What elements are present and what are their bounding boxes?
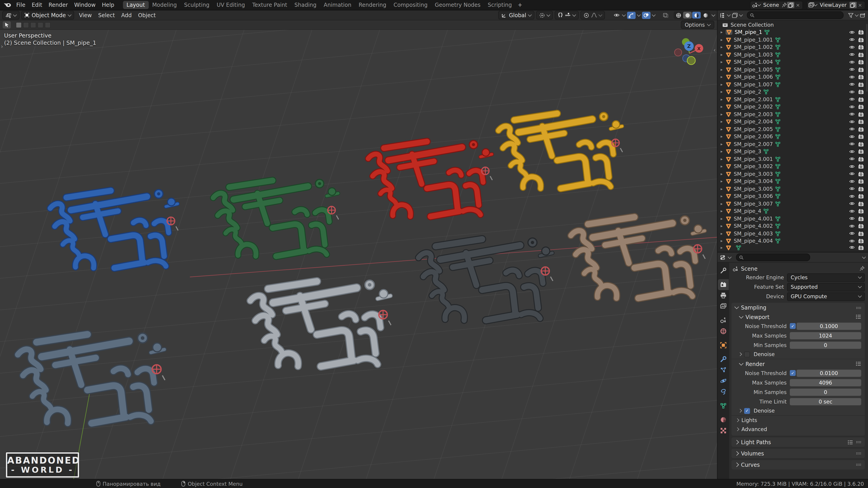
outliner-row[interactable]: ▸ SM_pipe_3.003 bbox=[717, 170, 868, 177]
disclosure-arrow-icon[interactable]: ▸ bbox=[721, 231, 725, 236]
viewport-menu-add[interactable]: Add bbox=[118, 12, 135, 18]
navigation-gizmo[interactable]: Z X bbox=[673, 34, 707, 69]
object-name-label[interactable]: SM_pipe_1.003 bbox=[734, 52, 773, 58]
disclosure-arrow-icon[interactable]: ▸ bbox=[721, 112, 725, 117]
disclosure-arrow-icon[interactable]: ▸ bbox=[721, 53, 725, 57]
shading-rendered-icon[interactable] bbox=[701, 12, 710, 19]
camera-render-icon[interactable] bbox=[858, 111, 864, 117]
eye-icon[interactable] bbox=[849, 194, 855, 199]
disclosure-arrow-icon[interactable]: ▸ bbox=[721, 127, 725, 131]
outliner-editor-icon[interactable] bbox=[720, 12, 725, 18]
eye-icon[interactable] bbox=[849, 30, 855, 35]
outliner-row[interactable]: ▸ SM_pipe_1 bbox=[717, 29, 868, 36]
outliner-row[interactable]: ▸ SM_pipe_2.002 bbox=[717, 103, 868, 110]
eye-icon[interactable] bbox=[849, 82, 855, 87]
pipes-blue[interactable] bbox=[50, 190, 178, 268]
properties-tab-world[interactable] bbox=[718, 326, 729, 337]
camera-render-icon[interactable] bbox=[858, 208, 864, 214]
camera-render-icon[interactable] bbox=[858, 30, 864, 35]
workspace-tab-animation[interactable]: Animation bbox=[320, 1, 355, 9]
panel-volumes[interactable]: Volumes bbox=[732, 449, 865, 458]
camera-render-icon[interactable] bbox=[858, 97, 864, 102]
outliner-row[interactable]: ▸ SM_pipe_3.004 bbox=[717, 177, 868, 185]
eye-icon[interactable] bbox=[849, 37, 855, 42]
viewport-canvas[interactable]: User Perspective (2) Scene Collection | … bbox=[0, 30, 717, 479]
camera-render-icon[interactable] bbox=[858, 245, 864, 250]
value-slider[interactable]: 0 bbox=[790, 388, 861, 396]
grid-handle-icon[interactable] bbox=[856, 452, 861, 455]
eye-icon[interactable] bbox=[849, 74, 855, 79]
menu-file[interactable]: File bbox=[13, 1, 29, 8]
disclosure-arrow-icon[interactable]: ▸ bbox=[721, 217, 725, 221]
eye-icon[interactable] bbox=[849, 45, 855, 50]
value-slider[interactable]: 0 bbox=[790, 341, 861, 349]
outliner-row-clipped[interactable]: ▸ bbox=[717, 245, 868, 250]
display-mode-icon[interactable] bbox=[732, 12, 738, 18]
disclosure-arrow-icon[interactable]: ▸ bbox=[721, 194, 725, 199]
workspace-tab-rendering[interactable]: Rendering bbox=[355, 1, 390, 9]
menu-render[interactable]: Render bbox=[45, 1, 71, 8]
object-name-label[interactable]: SM_pipe_1.007 bbox=[734, 81, 773, 88]
outliner-row[interactable]: ▸ SM_pipe_1.007 bbox=[717, 80, 868, 88]
disclosure-arrow-icon[interactable]: ▸ bbox=[721, 82, 725, 87]
properties-tab-constraints[interactable] bbox=[718, 386, 729, 397]
camera-render-icon[interactable] bbox=[858, 223, 864, 229]
camera-render-icon[interactable] bbox=[858, 134, 864, 139]
menu-window[interactable]: Window bbox=[71, 1, 99, 8]
outliner-row[interactable]: ▸ SM_pipe_3.007 bbox=[717, 200, 868, 207]
duplicate-icon[interactable] bbox=[787, 2, 794, 8]
camera-render-icon[interactable] bbox=[858, 194, 864, 199]
eye-icon[interactable] bbox=[849, 186, 855, 191]
checkbox-unchecked[interactable] bbox=[744, 351, 750, 357]
eye-icon[interactable] bbox=[849, 224, 855, 229]
camera-render-icon[interactable] bbox=[858, 164, 864, 169]
disclosure-arrow-icon[interactable]: ▸ bbox=[721, 157, 725, 161]
workspace-tab-compositing[interactable]: Compositing bbox=[390, 1, 431, 9]
properties-tab-tool[interactable] bbox=[718, 265, 729, 276]
select-mode-extend-icon[interactable] bbox=[23, 22, 29, 28]
workspace-tab-sculpting[interactable]: Sculpting bbox=[180, 1, 213, 9]
disclosure-arrow-icon[interactable]: ▸ bbox=[721, 201, 725, 206]
grid-handle-icon[interactable] bbox=[856, 463, 861, 466]
pipes-dark[interactable] bbox=[418, 238, 553, 320]
outliner-row[interactable]: ▸ SM_pipe_1.006 bbox=[717, 73, 868, 80]
outliner-row[interactable]: ▸ SM_pipe_2.005 bbox=[717, 125, 868, 133]
camera-render-icon[interactable] bbox=[858, 127, 864, 132]
viewport-menu-object[interactable]: Object bbox=[135, 12, 159, 18]
eye-icon[interactable] bbox=[849, 90, 855, 94]
eye-icon[interactable] bbox=[849, 171, 855, 176]
workspace-tab-geometry-nodes[interactable]: Geometry Nodes bbox=[431, 1, 484, 9]
eye-icon[interactable] bbox=[849, 60, 855, 65]
select-mode-intersect-icon[interactable] bbox=[45, 22, 51, 28]
eye-icon[interactable] bbox=[849, 179, 855, 184]
eye-icon[interactable] bbox=[849, 216, 855, 221]
object-name-label[interactable]: SM_pipe_4.001 bbox=[734, 216, 773, 222]
select-mode-set-icon[interactable] bbox=[16, 22, 22, 28]
preset-list-icon[interactable] bbox=[856, 361, 861, 366]
properties-editor-icon[interactable] bbox=[720, 255, 726, 260]
eye-icon[interactable] bbox=[849, 67, 855, 72]
camera-render-icon[interactable] bbox=[858, 141, 864, 147]
visibility-eye-icon[interactable] bbox=[612, 11, 621, 19]
advanced-subpanel[interactable]: Advanced bbox=[732, 425, 865, 433]
disclosure-arrow-icon[interactable]: ▸ bbox=[721, 97, 725, 102]
camera-render-icon[interactable] bbox=[858, 216, 864, 221]
camera-render-icon[interactable] bbox=[858, 179, 864, 184]
camera-render-icon[interactable] bbox=[858, 149, 864, 154]
disclosure-arrow-icon[interactable]: ▸ bbox=[721, 67, 725, 72]
value-slider[interactable]: 0.0100 bbox=[797, 369, 861, 377]
outliner-row[interactable]: ▸ SM_pipe_4 bbox=[717, 207, 868, 215]
properties-tab-material[interactable] bbox=[718, 414, 729, 425]
outliner-row[interactable]: ▸ SM_pipe_1.003 bbox=[717, 51, 868, 58]
eye-icon[interactable] bbox=[849, 112, 855, 117]
disclosure-arrow-icon[interactable]: ▸ bbox=[721, 60, 725, 64]
eye-icon[interactable] bbox=[849, 245, 855, 250]
object-name-label[interactable]: SM_pipe_3.005 bbox=[734, 186, 773, 192]
disclosure-arrow-icon[interactable]: ▸ bbox=[721, 172, 725, 176]
shading-wireframe-icon[interactable] bbox=[674, 12, 683, 19]
render-denoise-toggle[interactable]: ✓ Denoise bbox=[732, 407, 865, 415]
camera-render-icon[interactable] bbox=[858, 37, 864, 42]
outliner-row[interactable]: ▸ SM_pipe_3 bbox=[717, 148, 868, 155]
chevron-down-icon[interactable] bbox=[727, 13, 731, 17]
properties-tab-scene[interactable] bbox=[718, 315, 729, 326]
